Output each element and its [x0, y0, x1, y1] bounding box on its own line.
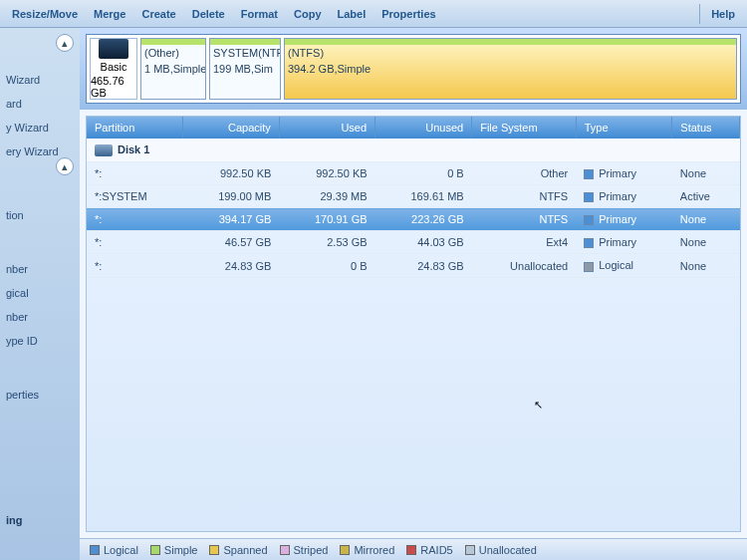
table-header-row: PartitionCapacityUsedUnusedFile SystemTy… — [87, 117, 740, 139]
toolbar: Resize/MoveMergeCreateDeleteFormatCopyLa… — [0, 0, 747, 28]
legend-item-spanned: Spanned — [205, 544, 271, 556]
partition-table-wrap: PartitionCapacityUsedUnusedFile SystemTy… — [86, 116, 741, 532]
collapse-icon[interactable]: ▴ — [56, 157, 74, 175]
cell-partition: *: — [87, 231, 182, 254]
disk-basic-size: 465.76 GB — [91, 75, 136, 99]
cell-type: Primary — [576, 208, 672, 231]
cell-partition: *:SYSTEM — [87, 185, 182, 208]
sidebar-item[interactable]: nber — [4, 257, 76, 281]
cell-used: 2.53 GB — [279, 231, 374, 254]
type-swatch-icon — [584, 215, 594, 225]
partition-block-other[interactable]: (Other) 1 MB,Simple — [140, 38, 206, 100]
partition-block-system[interactable]: SYSTEM(NTFS) 199 MB,Sim — [209, 38, 281, 100]
block-sub: 199 MB,Sim — [210, 61, 280, 77]
toolbar-copy-button[interactable]: Copy — [286, 4, 330, 24]
sidebar-item[interactable]: nber — [4, 305, 76, 329]
legend-item-logical: Logical — [86, 544, 142, 556]
cell-partition: *: — [87, 208, 182, 231]
sidebar-item[interactable]: Wizard — [4, 68, 76, 92]
sidebar-item[interactable]: ard — [4, 92, 76, 116]
col-status[interactable]: Status — [672, 117, 740, 139]
cell-type: Primary — [576, 231, 672, 254]
legend: LogicalSimpleSpannedStripedMirroredRAID5… — [80, 538, 747, 560]
legend-item-raid5: RAID5 — [402, 544, 456, 556]
cell-type: Primary — [576, 162, 672, 185]
disk-map-panel: Basic 465.76 GB (Other) 1 MB,Simple SYST… — [80, 28, 747, 110]
cell-partition: *: — [87, 254, 182, 277]
block-title: (Other) — [141, 45, 205, 61]
toolbar-delete-button[interactable]: Delete — [184, 4, 233, 24]
toolbar-resize-move-button[interactable]: Resize/Move — [4, 4, 86, 24]
type-swatch-icon — [584, 169, 594, 179]
cell-capacity: 46.57 GB — [182, 231, 279, 254]
cell-status: None — [672, 208, 740, 231]
legend-item-striped: Striped — [276, 544, 333, 556]
table-row[interactable]: *:46.57 GB2.53 GB44.03 GBExt4PrimaryNone — [87, 231, 740, 254]
pending-operations-label: ing — [4, 508, 76, 532]
sidebar-group-ops: tion — [4, 203, 76, 227]
disk-icon — [95, 144, 113, 156]
block-sub: 394.2 GB,Simple — [285, 61, 736, 77]
disk-icon[interactable]: Basic 465.76 GB — [90, 38, 137, 100]
cell-used: 992.50 KB — [279, 162, 374, 185]
col-type[interactable]: Type — [576, 117, 672, 139]
cell-unused: 44.03 GB — [375, 231, 472, 254]
legend-swatch-icon — [465, 545, 475, 555]
type-swatch-icon — [584, 262, 594, 272]
disk-basic-label: Basic — [101, 61, 127, 73]
toolbar-help-button[interactable]: Help — [703, 4, 743, 24]
cell-status: None — [672, 162, 740, 185]
legend-label: Unallocated — [479, 544, 537, 556]
sidebar-item[interactable]: perties — [4, 383, 76, 407]
col-partition[interactable]: Partition — [87, 117, 182, 139]
drive-icon — [99, 39, 128, 59]
cell-status: None — [672, 254, 740, 277]
table-row[interactable]: *:SYSTEM199.00 MB29.39 MB169.61 MBNTFSPr… — [87, 185, 740, 208]
body: ▴ Wizardardy Wizardery Wizard ▴ tion nbe… — [0, 28, 747, 560]
block-sub: 1 MB,Simple — [141, 61, 205, 77]
main-panel: Basic 465.76 GB (Other) 1 MB,Simple SYST… — [80, 28, 747, 560]
col-used[interactable]: Used — [279, 117, 374, 139]
col-capacity[interactable]: Capacity — [182, 117, 279, 139]
sidebar-item[interactable]: y Wizard — [4, 116, 76, 140]
cell-used: 0 B — [279, 254, 374, 277]
toolbar-properties-button[interactable]: Properties — [374, 4, 443, 24]
table-row[interactable]: *:992.50 KB992.50 KB0 BOtherPrimaryNone — [87, 162, 740, 185]
legend-label: Striped — [294, 544, 329, 556]
sidebar: ▴ Wizardardy Wizardery Wizard ▴ tion nbe… — [0, 28, 80, 560]
cell-fs: NTFS — [472, 185, 576, 208]
col-unused[interactable]: Unused — [375, 117, 472, 139]
disk-map: Basic 465.76 GB (Other) 1 MB,Simple SYST… — [86, 34, 741, 104]
legend-swatch-icon — [280, 545, 290, 555]
legend-label: Logical — [104, 544, 138, 556]
cell-capacity: 199.00 MB — [182, 185, 279, 208]
partition-block-ntfs[interactable]: (NTFS) 394.2 GB,Simple — [284, 38, 737, 100]
legend-swatch-icon — [90, 545, 100, 555]
disk-header-row[interactable]: Disk 1 — [87, 139, 740, 162]
toolbar-label-button[interactable]: Label — [330, 4, 374, 24]
cell-fs: NTFS — [472, 208, 576, 231]
legend-swatch-icon — [150, 545, 160, 555]
cell-fs: Other — [472, 162, 576, 185]
legend-item-unallocated: Unallocated — [461, 544, 541, 556]
sidebar-item[interactable]: gical — [4, 281, 76, 305]
cell-unused: 0 B — [375, 162, 472, 185]
col-file-system[interactable]: File System — [472, 117, 576, 139]
toolbar-create-button[interactable]: Create — [133, 4, 183, 24]
separator — [699, 4, 700, 24]
table-row[interactable]: *:24.83 GB0 B24.83 GBUnallocatedLogicalN… — [87, 254, 740, 277]
sidebar-group-properties: perties — [4, 383, 76, 407]
sidebar-item[interactable]: ype ID — [4, 329, 76, 353]
cell-unused: 169.61 MB — [375, 185, 472, 208]
toolbar-format-button[interactable]: Format — [233, 4, 286, 24]
sidebar-group-wizards: Wizardardy Wizardery Wizard — [4, 68, 76, 163]
table-row[interactable]: *:394.17 GB170.91 GB223.26 GBNTFSPrimary… — [87, 208, 740, 231]
sidebar-item[interactable]: tion — [4, 203, 76, 227]
cell-unused: 24.83 GB — [375, 254, 472, 277]
toolbar-merge-button[interactable]: Merge — [86, 4, 133, 24]
legend-item-mirrored: Mirrored — [336, 544, 398, 556]
legend-item-simple: Simple — [146, 544, 202, 556]
collapse-icon[interactable]: ▴ — [56, 34, 74, 52]
sidebar-group-advanced: nbergicalnberype ID — [4, 257, 76, 353]
cell-partition: *: — [87, 162, 182, 185]
